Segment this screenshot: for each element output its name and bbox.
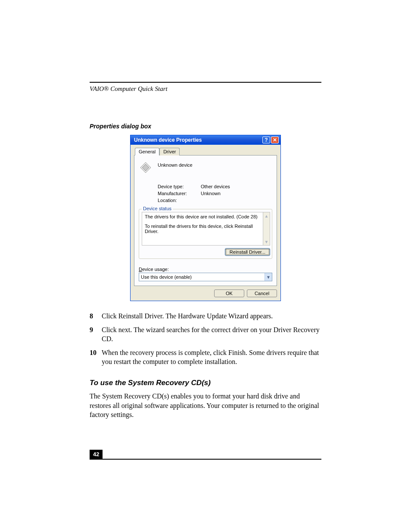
manufacturer-label: Manufacturer: [158,191,201,196]
scroll-up-icon[interactable]: ▲ [263,212,270,219]
step-item: 9 Click next. The wizard searches for th… [90,325,321,344]
device-status-legend: Device status [142,206,173,211]
step-text: Click next. The wizard searches for the … [102,325,321,344]
body-paragraph: The System Recovery CD(s) enables you to… [90,392,321,420]
tab-driver[interactable]: Driver [159,148,180,156]
device-name: Unknown device [158,161,193,168]
dialog-title: Unknown device Properties [134,137,262,143]
step-number: 8 [90,311,102,321]
step-text: Click Reinstall Driver. The Hardware Upd… [102,311,321,321]
device-usage-label: Device usage: [139,267,272,272]
device-type-value: Other devices [201,184,230,189]
tab-general[interactable]: General [135,148,159,156]
device-usage-value: Use this device (enable) [139,274,265,280]
device-usage-select[interactable]: Use this device (enable) ▼ [139,273,272,281]
status-line-2: To reinstall the drivers for this device… [145,224,267,234]
device-icon [139,161,153,174]
manufacturer-value: Unknown [201,191,221,196]
device-type-label: Device type: [158,184,201,189]
step-number: 10 [90,348,102,367]
step-item: 8 Click Reinstall Driver. The Hardware U… [90,311,321,321]
figure-caption: Properties dialog box [90,123,321,130]
chevron-down-icon: ▼ [265,273,272,281]
status-line-1: The drivers for this device are not inst… [145,214,267,219]
ok-button[interactable]: OK [214,289,244,297]
properties-dialog: Unknown device Properties ? ✕ General Dr… [130,135,281,301]
location-label: Location: [158,198,201,203]
step-item: 10 When the recovery process is complete… [90,348,321,367]
scroll-down-icon[interactable]: ▼ [263,238,270,245]
cancel-button[interactable]: Cancel [247,289,277,297]
reinstall-driver-button[interactable]: Reinstall Driver... [225,248,270,256]
help-icon[interactable]: ? [262,137,270,143]
running-header: VAIO® Computer Quick Start [90,85,321,93]
device-status-text: The drivers for this device are not inst… [142,212,270,246]
close-icon[interactable]: ✕ [271,137,279,143]
step-text: When the recovery process is complete, c… [102,348,321,367]
dialog-titlebar: Unknown device Properties ? ✕ [131,135,280,145]
page-number: 42 [90,450,103,459]
step-number: 9 [90,325,102,344]
section-heading: To use the System Recovery CD(s) [90,379,321,387]
